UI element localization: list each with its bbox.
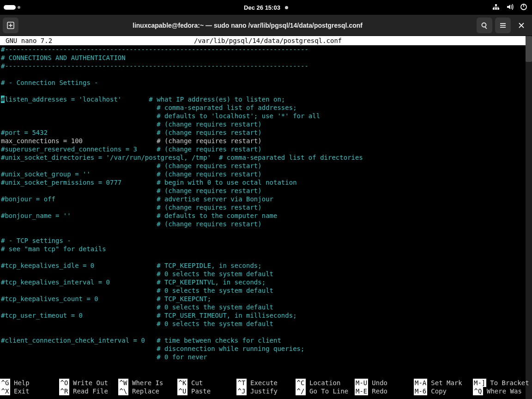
workspace-dot <box>18 6 20 9</box>
editor-line: #unix_socket_group = '' # (change requir… <box>1 170 531 178</box>
editor-line: # 0 selects the system default <box>1 303 531 311</box>
editor-line: # (change requires restart) <box>1 162 531 170</box>
editor-line: #bonjour = off # advertise server via Bo… <box>1 195 531 203</box>
svg-rect-17 <box>500 27 506 28</box>
shortcut-key: M-6 <box>414 387 427 395</box>
svg-rect-16 <box>500 25 506 26</box>
editor-line: #tcp_keepalives_count = 0 # TCP_KEEPCNT; <box>1 295 531 303</box>
nano-app-label: GNU nano 7.2 <box>0 36 194 45</box>
shortcut-key: ^X <box>0 387 10 395</box>
shortcut-label: Write Out <box>73 379 108 387</box>
nano-file-path: /var/lib/pgsql/14/data/postgresql.conf <box>194 36 532 45</box>
shortcut-item: M-6Copy <box>414 387 473 395</box>
shortcut-item: ^OWrite Out <box>59 379 118 387</box>
editor-line: # 0 for never <box>1 353 531 361</box>
window-title: linuxcapable@fedora:~ — sudo nano /var/l… <box>18 22 477 29</box>
network-icon[interactable] <box>492 3 500 12</box>
nano-header: GNU nano 7.2 /var/lib/pgsql/14/data/post… <box>0 36 532 45</box>
svg-rect-3 <box>495 4 497 6</box>
shortcut-key: M-E <box>355 387 368 395</box>
svg-rect-6 <box>494 7 494 8</box>
shortcut-label: Read File <box>73 387 108 395</box>
shortcut-item: ^KCut <box>177 379 236 387</box>
shortcut-item: ^WWhere Is <box>118 379 177 387</box>
editor-line: #tcp_keepalives_interval = 0 # TCP_KEEPI… <box>1 278 531 286</box>
editor-line: # CONNECTIONS AND AUTHENTICATION <box>1 54 531 62</box>
volume-icon[interactable] <box>506 3 514 12</box>
svg-rect-12 <box>9 25 12 26</box>
editor-line: # (change requires restart) <box>1 120 531 128</box>
power-icon[interactable] <box>520 3 527 12</box>
editor-line: max_connections = 100 # (change requires… <box>1 137 531 145</box>
editor-line <box>1 253 531 261</box>
svg-rect-15 <box>500 23 506 24</box>
shortcut-key: ^Q <box>473 387 483 395</box>
shortcut-key: ^J <box>236 387 247 395</box>
editor-line: #unix_socket_directories = '/var/run/pos… <box>1 153 531 162</box>
editor-line: #---------------------------------------… <box>1 62 531 70</box>
shortcut-key: ^O <box>59 379 69 387</box>
shortcut-item: ^\Replace <box>118 387 177 395</box>
shortcut-label: Undo <box>372 379 387 387</box>
editor-line: # (change requires restart) <box>1 220 531 228</box>
shortcut-label: Paste <box>191 387 211 395</box>
editor-line: # - Connection Settings - <box>1 79 531 87</box>
editor-line: # - TCP settings - <box>1 236 531 245</box>
shortcut-label: Copy <box>431 387 447 395</box>
shortcut-label: Execute <box>250 379 278 387</box>
editor-line <box>1 328 531 336</box>
editor-line: #client_connection_check_interval = 0 # … <box>1 336 531 345</box>
shortcut-item: ^CLocation <box>296 379 355 387</box>
notification-dot-icon <box>285 6 288 9</box>
editor-line: # 0 selects the system default <box>1 320 531 328</box>
search-button[interactable] <box>477 18 492 33</box>
shortcut-item: M-ERedo <box>355 387 414 395</box>
shortcut-item: ^RRead File <box>59 387 118 395</box>
svg-rect-5 <box>494 7 499 7</box>
shortcut-key: ^T <box>236 379 247 387</box>
editor-line: #superuser_reserved_connections = 3 # (c… <box>1 145 531 153</box>
editor-content[interactable]: #---------------------------------------… <box>0 45 532 361</box>
shortcut-item: ^TExecute <box>236 379 296 387</box>
scrollbar[interactable] <box>526 36 532 399</box>
shortcut-key: ^R <box>59 387 69 395</box>
svg-rect-2 <box>497 8 499 10</box>
shortcut-label: Replace <box>132 387 159 395</box>
editor-line: # comma-separated list of addresses; <box>1 103 531 112</box>
scrollbar-thumb[interactable] <box>526 36 532 62</box>
editor-line: # (change requires restart) <box>1 187 531 195</box>
editor-line: #listen_addresses = 'localhost' # what I… <box>1 95 531 103</box>
shortcut-label: Go To Line <box>309 387 348 395</box>
svg-rect-0 <box>493 8 495 10</box>
shortcut-item: M-ASet Mark <box>414 379 473 387</box>
clock[interactable]: Dec 26 15:03 <box>244 4 280 11</box>
shortcut-item: ^QWhere Was <box>473 387 532 395</box>
shortcut-key: ^C <box>296 379 306 387</box>
menu-button[interactable] <box>495 18 511 33</box>
shortcut-label: Justify <box>250 387 278 395</box>
editor-line: # (change requires restart) <box>1 203 531 212</box>
shortcut-item: M-]To Bracket <box>473 379 532 387</box>
shortcut-label: Help <box>14 379 30 387</box>
shortcut-key: M-A <box>414 379 427 387</box>
activities-area[interactable] <box>4 5 20 10</box>
editor-line: # see "man tcp" for details <box>1 245 531 253</box>
svg-point-13 <box>482 23 486 27</box>
shortcut-item: ^/Go To Line <box>296 387 355 395</box>
activities-pill <box>4 5 16 10</box>
svg-rect-1 <box>495 8 497 10</box>
close-button[interactable] <box>514 18 529 33</box>
editor-line: #---------------------------------------… <box>1 45 531 54</box>
editor-line: #port = 5432 # (change requires restart) <box>1 128 531 137</box>
window-titlebar: linuxcapable@fedora:~ — sudo nano /var/l… <box>0 15 532 36</box>
shortcut-label: Cut <box>191 379 203 387</box>
shortcut-key: ^G <box>0 379 10 387</box>
nano-shortcuts: ^GHelp^OWrite Out^WWhere Is^KCut^TExecut… <box>0 379 532 395</box>
svg-rect-9 <box>523 4 524 7</box>
shortcut-item: M-UUndo <box>355 379 414 387</box>
editor-line: # disconnection while running queries; <box>1 345 531 353</box>
editor-line: # defaults to 'localhost'; use '*' for a… <box>1 112 531 120</box>
shortcut-label: To Bracket <box>490 379 529 387</box>
shortcut-key: ^K <box>177 379 187 387</box>
new-tab-button[interactable] <box>3 18 18 33</box>
